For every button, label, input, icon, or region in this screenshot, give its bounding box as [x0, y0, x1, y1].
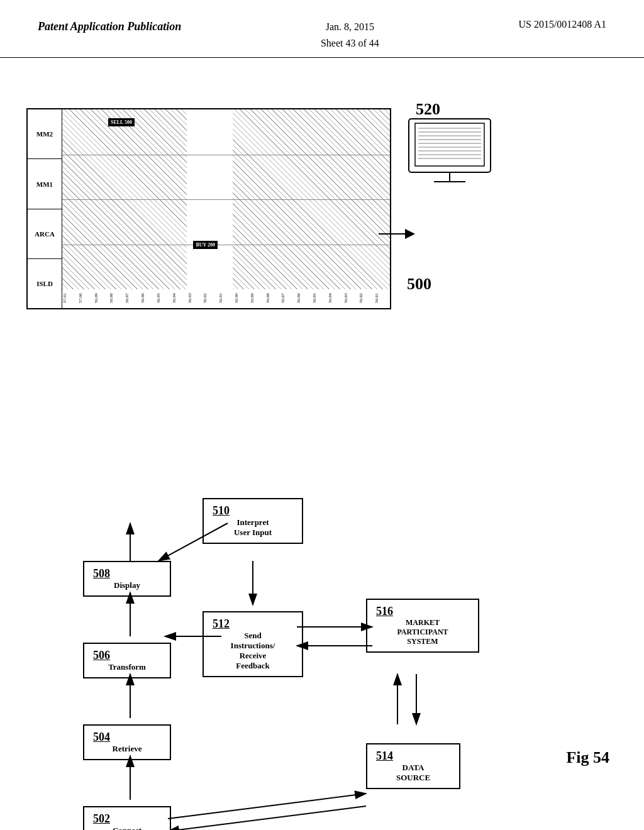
box-510-number: 510: [213, 504, 293, 517]
box-516-number: 516: [376, 605, 469, 618]
page-header: Patent Application Publication Jan. 8, 2…: [0, 0, 644, 58]
sell-box: SELL 500: [108, 118, 135, 126]
monitor-illustration: [402, 116, 497, 191]
box-508-number: 508: [93, 567, 161, 580]
price-5699: 56.99: [94, 289, 109, 307]
price-5691: 56.91: [218, 289, 234, 307]
box-506-number: 506: [93, 649, 161, 662]
price-5689: 56.89: [250, 289, 265, 307]
box-514: 514 DATASOURCE: [366, 743, 460, 789]
price-5690: 56.90: [234, 289, 250, 307]
box-510: 510 InterpretUser Input: [203, 498, 303, 544]
row-mm2: MM2: [28, 109, 62, 159]
header-date-sheet: Jan. 8, 2015 Sheet 43 of 44: [321, 19, 379, 51]
price-5700: 57.00: [78, 289, 94, 307]
price-5693: 56.93: [187, 289, 203, 307]
grid-line-3: [62, 245, 390, 245]
box-516: 516 MARKETPARTICIPANTSYSTEM: [366, 599, 479, 653]
svg-rect-1: [415, 123, 484, 166]
box-512-number: 512: [213, 617, 293, 631]
price-5697: 56.97: [125, 289, 140, 307]
svg-rect-0: [409, 119, 491, 172]
box-504: 504 Retrieve: [83, 724, 171, 760]
price-5684: 56.84: [328, 289, 343, 307]
price-5692: 56.92: [203, 289, 218, 307]
publication-title: Patent Application Publication: [38, 19, 181, 35]
box-502-number: 502: [93, 812, 161, 826]
svg-line-28: [168, 806, 366, 830]
price-5687: 56.87: [280, 289, 296, 307]
price-5681: 56.81: [374, 289, 390, 307]
main-content: MM2 MM1 ARCA ISLD SELL 500 BUY 200: [0, 58, 644, 830]
chart-number-500: 500: [407, 275, 431, 294]
grid-line-2: [62, 199, 390, 200]
price-5701: 57.01: [62, 289, 78, 307]
chart-grid: SELL 500 BUY 200: [62, 109, 390, 289]
box-504-number: 504: [93, 731, 161, 744]
box-510-label: InterpretUser Input: [213, 517, 293, 538]
chart-row-labels: MM2 MM1 ARCA ISLD: [28, 109, 62, 308]
price-5683: 56.83: [343, 289, 359, 307]
arrow-to-500: [372, 221, 423, 246]
price-5682: 56.82: [358, 289, 374, 307]
fig-label: Fig 54: [566, 748, 609, 767]
price-5698: 56.98: [109, 289, 125, 307]
box-514-number: 514: [376, 750, 450, 763]
price-axis: 57.01 57.00 56.99 56.98 56.97 56.96 56.9…: [62, 289, 390, 308]
price-5695: 56.95: [156, 289, 172, 307]
box-512: 512 SendInstructions/ReceiveFeedback: [203, 611, 303, 677]
price-5688: 56.88: [265, 289, 281, 307]
box-516-label: MARKETPARTICIPANTSYSTEM: [376, 618, 469, 646]
row-mm1: MM1: [28, 159, 62, 209]
price-5694: 56.94: [172, 289, 187, 307]
box-514-label: DATASOURCE: [376, 763, 450, 783]
box-506-label: Transform: [93, 662, 161, 672]
box-508-label: Display: [93, 580, 161, 590]
box-508: 508 Display: [83, 561, 171, 597]
svg-line-27: [168, 794, 366, 819]
chart-section: MM2 MM1 ARCA ISLD SELL 500 BUY 200: [64, 96, 580, 347]
box-504-label: Retrieve: [93, 744, 161, 754]
flow-arrows-svg: [58, 366, 574, 830]
buy-box: BUY 200: [193, 241, 218, 249]
monitor-svg: [402, 116, 497, 191]
box-512-label: SendInstructions/ReceiveFeedback: [213, 631, 293, 671]
price-5686: 56.86: [296, 289, 312, 307]
sheet-number: Sheet 43 of 44: [321, 38, 379, 48]
box-506: 506 Transform: [83, 643, 171, 678]
publication-date: Jan. 8, 2015: [326, 21, 374, 32]
patent-number: US 2015/0012408 A1: [518, 19, 606, 30]
flow-diagram: 502 Connect 504 Retrieve 506 Transform 5…: [58, 366, 574, 830]
box-502: 502 Connect: [83, 806, 171, 830]
row-isld: ISLD: [28, 259, 62, 308]
box-502-label: Connect: [93, 826, 161, 830]
row-arca: ARCA: [28, 209, 62, 259]
chart-520: MM2 MM1 ARCA ISLD SELL 500 BUY 200: [26, 108, 391, 309]
price-5685: 56.85: [312, 289, 328, 307]
price-5696: 56.96: [140, 289, 156, 307]
grid-line-1: [62, 155, 390, 155]
